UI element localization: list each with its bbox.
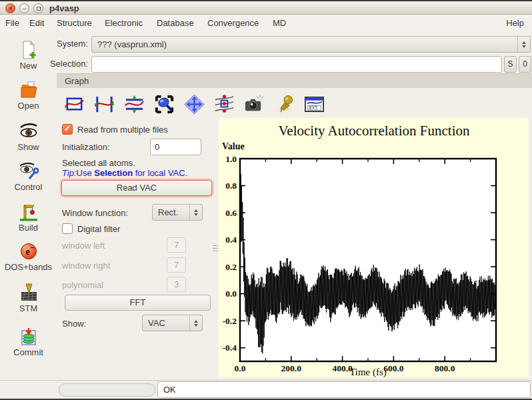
close-button[interactable]: × <box>5 3 15 13</box>
sidebar-item-dos-bands[interactable]: e− DOS+bands <box>0 241 57 272</box>
menu-structure[interactable]: Structure <box>57 18 92 28</box>
menu-convergence[interactable]: Convergence <box>207 18 259 28</box>
sidebar-label: Open <box>18 101 39 111</box>
svg-text:0.4: 0.4 <box>225 235 237 245</box>
menu-edit[interactable]: Edit <box>29 18 44 28</box>
digital-filter-checkbox[interactable] <box>62 223 73 234</box>
spinner-icon[interactable] <box>189 205 202 220</box>
progress-bar <box>59 383 155 397</box>
sidebar-label: New <box>19 61 37 71</box>
svg-text:-0.2: -0.2 <box>223 316 237 326</box>
selection-0-button[interactable]: 0 <box>519 56 531 73</box>
svg-text:800.0: 800.0 <box>435 363 455 373</box>
tab-graph-label: Graph <box>65 74 89 88</box>
svg-text:0.6: 0.6 <box>225 208 237 218</box>
pane-splitter[interactable] <box>213 243 218 253</box>
svg-text:0.2: 0.2 <box>225 262 237 272</box>
sidebar-label: Show <box>17 142 39 152</box>
selected-atoms-text: Selected all atoms. <box>62 158 135 168</box>
menu-md[interactable]: MD <box>273 18 286 28</box>
sidebar-item-stm[interactable]: STM <box>0 283 57 313</box>
window-function-combo[interactable]: Rect. <box>152 204 203 221</box>
show-combo[interactable]: VAC <box>142 315 203 331</box>
sidebar-label: Commit <box>13 347 43 357</box>
external-badge: EXT. <box>309 105 318 110</box>
window-right-input <box>167 257 186 273</box>
zoom-to-fit-icon[interactable] <box>62 92 86 116</box>
stm-tip-icon <box>19 283 39 303</box>
svg-text:0.0: 0.0 <box>225 289 237 299</box>
svg-text:e: e <box>25 247 29 257</box>
chart-y-axis-label: Value <box>222 141 245 151</box>
fft-button[interactable]: FFT <box>65 295 211 311</box>
menu-database[interactable]: Database <box>157 18 194 28</box>
minimize-button[interactable]: – <box>19 3 29 13</box>
fit-horizontal-icon[interactable] <box>92 92 116 116</box>
chart-title: Velocity Autocorrelation Function <box>279 123 470 139</box>
electron-icon: e− <box>19 241 39 261</box>
spinner-icon[interactable] <box>517 37 530 52</box>
menubar: File Edit Structure Electronic Database … <box>0 15 532 32</box>
digital-filter-label: Digital filter <box>77 224 120 234</box>
svg-text:1.0: 1.0 <box>225 154 237 164</box>
chart-canvas[interactable]: Velocity Autocorrelation Function Value … <box>219 118 529 377</box>
read-multiple-label: Read from multiple files <box>77 125 168 135</box>
statusbar: OK <box>0 380 532 399</box>
titlebar: × – p4vasp <box>0 0 532 15</box>
vac-control-panel: Read from multiple files Initialization:… <box>57 120 217 340</box>
vac-chart[interactable]: Velocity Autocorrelation Function Value … <box>219 118 529 377</box>
show-combo-value: VAC <box>143 318 189 328</box>
eye-wrench-icon <box>19 161 39 181</box>
eye-icon <box>19 121 39 141</box>
maximize-button[interactable] <box>33 3 43 13</box>
polynomial-input <box>167 277 186 292</box>
window-left-input <box>167 237 186 253</box>
graph-toolbar: EXT. <box>57 89 532 118</box>
zoom-icon[interactable] <box>152 92 176 116</box>
selection-input[interactable] <box>91 56 502 73</box>
fit-vertical-icon[interactable] <box>122 92 146 116</box>
sidebar-label: Build <box>19 223 38 233</box>
window-left-label: window left <box>62 241 105 251</box>
select-data-icon[interactable] <box>212 92 236 116</box>
sidebar-label: Control <box>15 182 43 192</box>
svg-text:600.0: 600.0 <box>383 363 404 373</box>
svg-text:-0.4: -0.4 <box>223 343 237 353</box>
screenshot-icon[interactable] <box>242 92 266 116</box>
sidebar-item-open[interactable]: Open <box>0 80 57 111</box>
svg-text:400.0: 400.0 <box>332 363 353 373</box>
read-multiple-checkbox[interactable] <box>62 124 73 135</box>
menu-help[interactable]: Help <box>506 18 524 28</box>
initialization-input[interactable] <box>150 139 201 155</box>
polynomial-label: polynomial <box>62 280 103 290</box>
plot-area[interactable]: 1.00.80.60.40.20.0-0.2-0.40.0200.0400.06… <box>223 154 496 374</box>
system-combo[interactable]: ??? (vasprun.xml) <box>91 36 531 53</box>
pin-icon[interactable] <box>272 92 296 116</box>
close-icon: × <box>9 5 13 12</box>
sidebar-item-commit[interactable]: Commit <box>0 327 57 357</box>
show-label: Show: <box>62 319 86 329</box>
sidebar-item-show[interactable]: Show <box>0 121 57 152</box>
database-commit-icon <box>19 327 39 347</box>
open-folder-icon <box>19 80 39 100</box>
external-viewer-icon[interactable]: EXT. <box>302 92 326 116</box>
menu-electronic[interactable]: Electronic <box>105 18 143 28</box>
menu-file[interactable]: File <box>5 18 19 28</box>
selection-s-button[interactable]: S <box>504 56 517 73</box>
pan-icon[interactable] <box>182 92 206 116</box>
new-document-icon <box>19 40 39 60</box>
spinner-icon[interactable] <box>189 315 202 331</box>
svg-text:0.8: 0.8 <box>225 181 237 191</box>
window-function-value: Rect. <box>153 207 189 217</box>
sidebar-item-control[interactable]: Control <box>0 161 57 192</box>
read-vac-button[interactable]: Read VAC <box>61 180 212 196</box>
sidebar-label: STM <box>19 303 37 313</box>
svg-text:200.0: 200.0 <box>281 363 302 373</box>
svg-text:0.0: 0.0 <box>235 363 246 373</box>
sidebar-item-new[interactable]: New <box>0 40 57 71</box>
sidebar-item-build[interactable]: Build <box>0 202 57 233</box>
window-right-label: window right <box>62 261 110 271</box>
maximize-icon <box>37 7 41 11</box>
tab-graph[interactable]: Graph <box>57 73 532 88</box>
sidebar-label: DOS+bands <box>5 262 52 272</box>
